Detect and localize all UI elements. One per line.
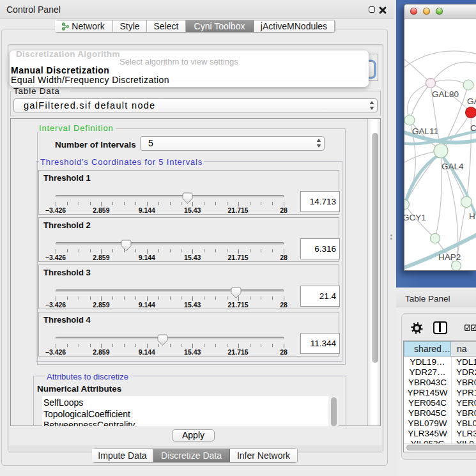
svg-text:C: C (470, 123, 476, 133)
svg-text:GAL80: GAL80 (432, 89, 459, 99)
svg-text:GCY1: GCY1 (404, 213, 426, 222)
svg-text:H: H (469, 211, 475, 221)
svg-text:HAP2: HAP2 (438, 252, 461, 262)
svg-text:GAL11: GAL11 (412, 127, 438, 136)
svg-text:GA: GA (467, 96, 476, 106)
svg-text:GAL4: GAL4 (441, 162, 464, 171)
